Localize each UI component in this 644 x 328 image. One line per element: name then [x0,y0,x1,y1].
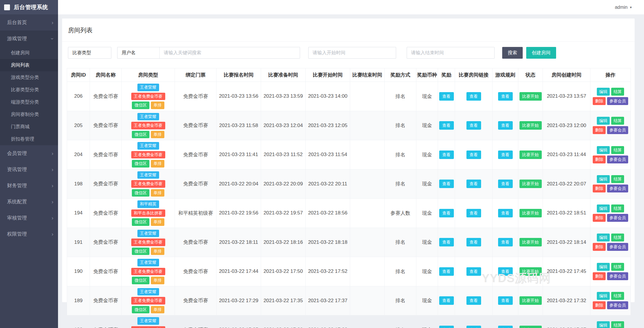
sidebar-item-游戏管理[interactable]: 游戏管理› [0,31,58,47]
action-button-结算[interactable]: 结算 [611,117,624,125]
action-button-编辑[interactable]: 编辑 [597,175,610,183]
game-rules-cell: 查看 [493,257,518,286]
action-button-删除[interactable]: 删除 [593,214,606,222]
chevron-right-icon: › [52,167,53,172]
user-menu[interactable]: admin ▾ [615,0,632,14]
action-button-结算[interactable]: 结算 [611,175,624,183]
reward-view-button[interactable]: 查看 [439,326,454,328]
keyword-input[interactable] [160,47,300,58]
sidebar-subitem-门票商城[interactable]: 门票商城 [0,121,58,133]
match-type-select[interactable]: 比赛类型 [68,47,111,59]
action-button-删除[interactable]: 删除 [593,155,606,163]
room-link-view-button[interactable]: 查看 [466,209,481,217]
action-button-删除[interactable]: 删除 [593,126,606,134]
action-button-编辑[interactable]: 编辑 [597,234,610,241]
game-rules-view-button[interactable]: 查看 [498,121,513,130]
sidebar-subitem-创建房间[interactable]: 创建房间 [0,47,58,59]
game-rules-view-button[interactable]: 查看 [498,209,513,217]
end-time-input[interactable] [407,47,495,59]
sidebar-item-资讯管理[interactable]: 资讯管理› [0,161,58,177]
game-rules-view-button[interactable]: 查看 [498,238,513,246]
action-button-结算[interactable]: 结算 [611,292,624,300]
room-link-view-button[interactable]: 查看 [466,296,481,305]
action-button-删除[interactable]: 删除 [593,97,606,105]
action-button-参赛会员[interactable]: 参赛会员 [607,243,628,251]
create-room-button[interactable]: 创建房间 [526,47,556,59]
room-link-view-button[interactable]: 查看 [466,180,481,188]
room-name-cell: 免费金币赛 [90,286,122,315]
action-button-结算[interactable]: 结算 [611,204,624,212]
search-button[interactable]: 搜索 [502,47,523,59]
sidebar-subitem-房间列表[interactable]: 房间列表 [0,59,58,71]
game-rules-view-button[interactable]: 查看 [498,326,513,328]
created-time-cell: 2021-03-23 12:00 [543,111,590,140]
action-button-参赛会员[interactable]: 参赛会员 [607,185,628,192]
operations-cell: 编辑结算删除参赛会员 [590,82,631,111]
action-button-参赛会员[interactable]: 参赛会员 [607,155,628,163]
action-button-结算[interactable]: 结算 [611,321,624,328]
action-button-编辑[interactable]: 编辑 [597,117,610,125]
action-button-结算[interactable]: 结算 [611,88,624,96]
room-id-cell: 191 [67,228,90,257]
username-field-select[interactable]: 用户名 [117,47,160,58]
room-link-view-button[interactable]: 查看 [466,151,481,159]
room-link-view-button[interactable]: 查看 [466,267,481,276]
action-button-删除[interactable]: 删除 [593,243,606,251]
action-button-参赛会员[interactable]: 参赛会员 [607,126,628,134]
sidebar-item-系统配置[interactable]: 系统配置› [0,194,58,210]
action-button-参赛会员[interactable]: 参赛会员 [607,272,628,280]
sidebar-subitem-折扣卷管理[interactable]: 折扣卷管理 [0,133,58,145]
action-button-参赛会员[interactable]: 参赛会员 [607,97,628,105]
room-type-tag: 王者荣耀 [137,142,159,150]
action-button-删除[interactable]: 删除 [593,301,606,309]
reward-view-button[interactable]: 查看 [439,296,454,305]
action-button-编辑[interactable]: 编辑 [597,263,610,271]
reward-view-button[interactable]: 查看 [439,209,454,217]
action-button-结算[interactable]: 结算 [611,146,624,154]
reward-view-button[interactable]: 查看 [439,121,454,130]
topbar: admin ▾ [58,0,644,14]
sidebar-item-会员管理[interactable]: 会员管理› [0,145,58,161]
action-button-删除[interactable]: 删除 [593,185,606,192]
action-button-结算[interactable]: 结算 [611,234,624,241]
sidebar-subitem-比赛类型分类[interactable]: 比赛类型分类 [0,84,58,96]
start-time-cell: 2021-03-22 17:52 [306,257,350,286]
sidebar-subitem-房间赛制分类[interactable]: 房间赛制分类 [0,108,58,121]
game-rules-view-button[interactable]: 查看 [498,92,513,101]
sidebar-item-后台首页[interactable]: 后台首页› [0,14,58,31]
action-button-编辑[interactable]: 编辑 [597,146,610,154]
room-link-view-button[interactable]: 查看 [466,121,481,130]
sidebar-item-审核管理[interactable]: 审核管理› [0,210,58,226]
game-rules-view-button[interactable]: 查看 [498,180,513,188]
column-header: 房间类型 [122,68,175,82]
game-rules-view-button[interactable]: 查看 [498,267,513,276]
action-button-结算[interactable]: 结算 [611,263,624,271]
room-link-cell: 查看 [455,140,493,170]
reward-view-button[interactable]: 查看 [439,92,454,101]
sidebar-subitem-游戏类型分类[interactable]: 游戏类型分类 [0,71,58,84]
action-button-编辑[interactable]: 编辑 [597,292,610,300]
sidebar-item-财务管理[interactable]: 财务管理› [0,177,58,194]
action-button-参赛会员[interactable]: 参赛会员 [607,301,628,309]
reward-view-button[interactable]: 查看 [439,151,454,159]
game-rules-view-button[interactable]: 查看 [498,151,513,159]
action-button-参赛会员[interactable]: 参赛会员 [607,214,628,222]
action-button-删除[interactable]: 删除 [593,272,606,280]
reward-cell: 查看 [438,111,455,140]
game-rules-view-button[interactable]: 查看 [498,296,513,305]
start-time-input[interactable] [308,47,396,59]
sidebar-item-权限管理[interactable]: 权限管理› [0,226,58,242]
room-type-tags: 王者荣耀王者免费金币赛微信区单排 [122,317,174,328]
sidebar-subitem-端游类型分类[interactable]: 端游类型分类 [0,96,58,108]
room-link-view-button[interactable]: 查看 [466,238,481,246]
action-button-编辑[interactable]: 编辑 [597,204,610,212]
reward-view-button[interactable]: 查看 [439,238,454,246]
room-link-view-button[interactable]: 查看 [466,92,481,101]
reward-view-button[interactable]: 查看 [439,267,454,276]
room-type-tag: 王者免费金币赛 [131,151,165,159]
room-type-cell: 和平精英和平击杀比拼赛微信区单排 [122,199,175,228]
room-link-view-button[interactable]: 查看 [466,326,481,328]
reward-view-button[interactable]: 查看 [439,180,454,188]
action-button-编辑[interactable]: 编辑 [597,321,610,328]
action-button-编辑[interactable]: 编辑 [597,88,610,96]
